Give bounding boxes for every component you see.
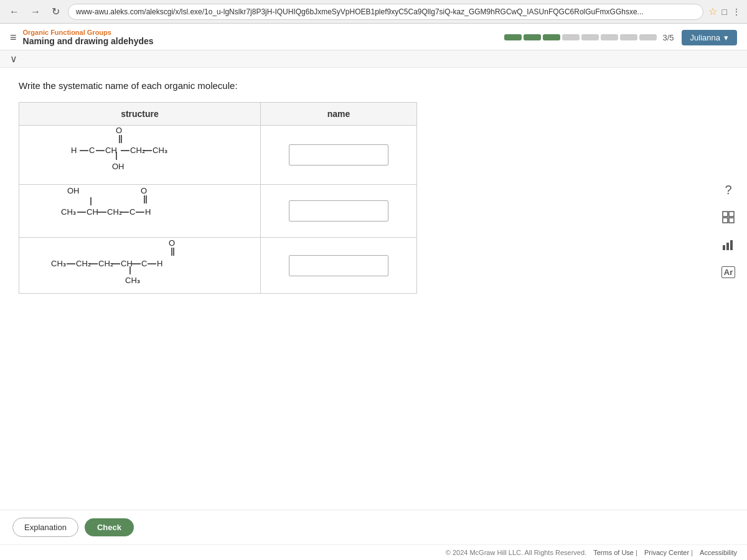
svg-text:O: O (116, 126, 122, 135)
question-title: Write the systematic name of each organi… (19, 80, 728, 91)
svg-rect-44 (723, 212, 728, 217)
svg-rect-45 (729, 212, 734, 217)
chemistry-table: structure name O H (19, 102, 417, 294)
footer-sep-2: | (691, 549, 695, 556)
svg-text:CH₂: CH₂ (76, 259, 91, 268)
svg-text:CH₃: CH₃ (51, 259, 66, 268)
progress-bar: 3/5 (504, 33, 674, 42)
back-button[interactable]: ← (6, 5, 22, 19)
progress-seg-3 (543, 34, 560, 40)
structure-cell-3: O CH₃ CH₂ CH₂ (19, 238, 261, 294)
topic-label: Naming and drawing aldehydes (23, 36, 154, 46)
collapse-button[interactable]: ∨ (10, 53, 17, 65)
grid-button[interactable] (718, 207, 738, 227)
copyright-text: © 2024 McGraw Hill LLC. All Rights Reser… (446, 549, 586, 556)
progress-seg-6 (601, 34, 618, 40)
svg-rect-46 (723, 218, 728, 223)
svg-rect-47 (729, 218, 734, 223)
svg-text:OH: OH (112, 162, 125, 171)
chart-icon (721, 238, 735, 251)
svg-text:CH: CH (105, 146, 117, 155)
svg-rect-50 (730, 240, 733, 250)
module-label: Organic Functional Groups (23, 29, 154, 36)
svg-text:H: H (157, 259, 162, 268)
header-left: ≡ Organic Functional Groups Naming and d… (10, 29, 154, 46)
svg-text:CH₂: CH₂ (107, 207, 122, 217)
menu-button[interactable]: ⋮ (732, 7, 741, 17)
grid-icon (721, 210, 735, 224)
svg-text:C: C (129, 207, 135, 217)
svg-text:C: C (141, 259, 147, 268)
bookmark-button[interactable]: ☆ (708, 6, 717, 17)
progress-seg-2 (524, 34, 541, 40)
name-input-1[interactable] (289, 144, 388, 166)
privacy-link[interactable]: Privacy Center (644, 549, 689, 556)
name-input-2[interactable] (289, 200, 388, 222)
forward-button[interactable]: → (27, 5, 44, 19)
svg-text:OH: OH (67, 186, 80, 195)
col-header-structure: structure (19, 103, 261, 126)
footer: © 2024 McGraw Hill LLC. All Rights Reser… (0, 544, 747, 560)
collapse-bar: ∨ (0, 50, 747, 68)
name-cell-3[interactable] (260, 238, 416, 294)
accessibility-link[interactable]: Accessibility (700, 549, 737, 556)
progress-seg-4 (562, 34, 580, 40)
right-sidebar: ? Ar (718, 180, 738, 282)
chart-button[interactable] (718, 235, 738, 254)
svg-rect-48 (723, 245, 725, 250)
svg-text:CH: CH (121, 259, 133, 268)
periodic-table-label: Ar (721, 266, 735, 278)
terms-link[interactable]: Terms of Use (593, 549, 634, 556)
svg-text:CH: CH (87, 207, 98, 217)
address-bar[interactable] (68, 4, 703, 20)
explanation-button[interactable]: Explanation (12, 518, 78, 537)
structure-svg-2: OH O CH₃ CH (59, 185, 220, 235)
progress-seg-8 (639, 34, 657, 40)
svg-text:CH₃: CH₃ (125, 276, 140, 285)
name-cell-1[interactable] (260, 126, 416, 185)
table-row: O H C CH OH (19, 126, 417, 185)
svg-text:O: O (141, 186, 147, 195)
reload-button[interactable]: ↻ (49, 4, 63, 19)
progress-seg-7 (620, 34, 637, 40)
structure-svg-3: O CH₃ CH₂ CH₂ (49, 238, 230, 291)
content-area: Write the systematic name of each organi… (0, 68, 747, 510)
name-cell-2[interactable] (260, 185, 416, 238)
user-dropdown-button[interactable]: Julianna ▾ (682, 30, 737, 45)
progress-text: 3/5 (662, 33, 674, 42)
check-button[interactable]: Check (85, 518, 134, 536)
header-right: 3/5 Julianna ▾ (504, 30, 737, 45)
dropdown-arrow-icon: ▾ (724, 33, 728, 42)
svg-text:CH₂: CH₂ (98, 259, 113, 268)
name-input-3[interactable] (289, 255, 388, 276)
svg-text:H: H (145, 207, 151, 217)
user-name: Julianna (690, 33, 720, 42)
progress-seg-1 (504, 34, 522, 40)
progress-seg-5 (581, 34, 599, 40)
svg-text:CH₃: CH₃ (153, 146, 167, 155)
table-row: O CH₃ CH₂ CH₂ (19, 238, 417, 294)
structure-cell-1: O H C CH OH (19, 126, 261, 185)
app-container: ≡ Organic Functional Groups Naming and d… (0, 24, 747, 560)
table-row: OH O CH₃ CH (19, 185, 417, 238)
browser-bar: ← → ↻ ☆ □ ⋮ (0, 0, 747, 24)
svg-text:O: O (169, 238, 175, 248)
svg-text:CH₃: CH₃ (61, 207, 76, 217)
structure-cell-2: OH O CH₃ CH (19, 185, 261, 238)
header-title-block: Organic Functional Groups Naming and dra… (23, 29, 154, 46)
svg-rect-49 (726, 243, 729, 250)
svg-text:CH₂: CH₂ (130, 146, 145, 155)
svg-text:H: H (71, 146, 77, 155)
col-header-name: name (260, 103, 416, 126)
structure-svg-1: O H C CH OH (65, 126, 214, 182)
svg-text:C: C (89, 146, 95, 155)
help-button[interactable]: ? (718, 180, 738, 200)
bottom-bar: Explanation Check (0, 510, 747, 544)
periodic-table-button[interactable]: Ar (718, 262, 738, 282)
extension-button[interactable]: □ (722, 7, 727, 17)
hamburger-button[interactable]: ≡ (10, 32, 17, 43)
footer-sep-1: | (636, 549, 639, 556)
top-header: ≡ Organic Functional Groups Naming and d… (0, 24, 747, 50)
